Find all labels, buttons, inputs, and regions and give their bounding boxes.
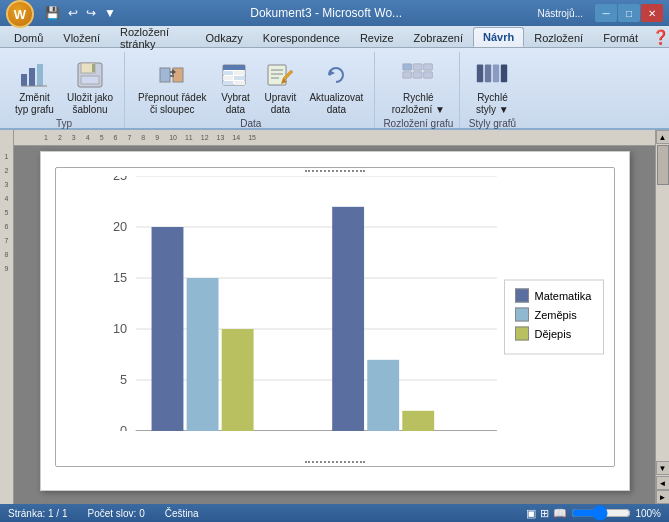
svg-text:15: 15 (112, 270, 126, 285)
svg-rect-12 (223, 65, 245, 70)
scroll-left-button[interactable]: ◄ (656, 476, 670, 490)
refresh-data-label2: data (327, 104, 346, 115)
ribbon-group-styly: Rychlé styly ▼ Styly grafů (462, 52, 522, 128)
save-as-template-icon (74, 59, 106, 91)
tab-domu[interactable]: Domů (4, 27, 53, 47)
nastroje-btn[interactable]: Nástrojů... (533, 7, 587, 20)
zoom-slider[interactable] (571, 508, 631, 518)
scroll-up-button[interactable]: ▲ (656, 130, 670, 144)
view-controls: ▣ ⊞ 📖 100% (526, 507, 661, 520)
scroll-track (656, 144, 670, 461)
legend-label-dejepis: Dějepis (535, 328, 572, 340)
chart-handle-top (305, 170, 365, 173)
refresh-data-button[interactable]: Aktualizovat data (304, 56, 368, 118)
ruler-mark: 8 (141, 134, 145, 141)
svg-text:20: 20 (112, 219, 126, 234)
save-as-template-label: Uložit jako (67, 92, 113, 103)
legend-label-zemepi: Zeměpis (535, 309, 577, 321)
save-as-template-button[interactable]: Uložit jako šablonu (62, 56, 118, 118)
close-button[interactable]: ✕ (641, 4, 663, 22)
edit-data-button[interactable]: Upravit data (259, 56, 301, 118)
tab-rozlozeni-stranky[interactable]: Rozložení stránky (110, 27, 195, 47)
refresh-data-icon (320, 59, 352, 91)
svg-rect-16 (234, 71, 245, 75)
data-buttons: Přepnout řádek či sloupec (133, 54, 368, 118)
scroll-down-button[interactable]: ▼ (656, 461, 670, 475)
title-bar-left: W 💾 ↩ ↪ ▼ (6, 0, 119, 27)
svg-rect-26 (424, 64, 433, 70)
document-page: 25 20 15 10 5 0 (40, 151, 630, 491)
ruler-mark: 11 (185, 134, 193, 141)
typ-buttons: Změnit typ grafu Uložit jako šablonu (10, 54, 118, 118)
tab-zobrazeni[interactable]: Zobrazení (404, 27, 474, 47)
svg-rect-24 (403, 64, 412, 70)
office-button[interactable]: W (6, 0, 34, 28)
svg-rect-29 (424, 72, 433, 78)
ruler-mark: 13 (217, 134, 225, 141)
view-print-btn[interactable]: ▣ (526, 507, 536, 520)
change-chart-type-button[interactable]: Změnit typ grafu (10, 56, 59, 118)
quick-styles-button[interactable]: Rychlé styly ▼ (471, 56, 514, 118)
switch-row-col-button[interactable]: Přepnout řádek či sloupec (133, 56, 211, 118)
bar-honza-matematika (151, 227, 183, 431)
ribbon-group-data: Přepnout řádek či sloupec (127, 52, 375, 128)
title-bar: W 💾 ↩ ↪ ▼ Dokument3 - Microsoft Wo... Ná… (0, 0, 669, 26)
ribbon: Změnit typ grafu Uložit jako šablonu Typ (0, 48, 669, 130)
svg-marker-23 (329, 70, 335, 76)
ruler-left: 1 2 3 4 5 6 7 8 9 (0, 130, 14, 504)
edit-data-label2: data (271, 104, 290, 115)
chart-svg: 25 20 15 10 5 0 (91, 176, 499, 431)
more-quick-btn[interactable]: ▼ (101, 4, 119, 22)
svg-rect-1 (29, 68, 35, 86)
status-bar: Stránka: 1 / 1 Počet slov: 0 Čeština ▣ ⊞… (0, 504, 669, 522)
redo-quick-btn[interactable]: ↪ (83, 4, 99, 22)
zoom-level: 100% (635, 508, 661, 519)
tab-revize[interactable]: Revize (350, 27, 404, 47)
edit-data-icon (264, 59, 296, 91)
quick-layout-button[interactable]: Rychlé rozložení ▼ (387, 56, 450, 118)
view-read-btn[interactable]: 📖 (553, 507, 567, 520)
select-data-icon (219, 59, 251, 91)
change-chart-type-icon (18, 59, 50, 91)
view-web-btn[interactable]: ⊞ (540, 507, 549, 520)
change-chart-type-label2: typ grafu (15, 104, 54, 115)
select-data-label2: data (226, 104, 245, 115)
tab-korespondence[interactable]: Korespondence (253, 27, 350, 47)
ruler-mark: 10 (169, 134, 177, 141)
svg-rect-8 (173, 68, 183, 82)
ruler-top: 1 2 3 4 5 6 7 8 9 10 11 12 13 14 15 (14, 130, 655, 146)
svg-rect-32 (493, 65, 499, 83)
title-text: Dokument3 - Microsoft Wo... (250, 6, 402, 20)
maximize-button[interactable]: □ (618, 4, 640, 22)
bar-pepa-zemepi (367, 360, 399, 431)
svg-rect-30 (477, 65, 483, 83)
tab-rozlozeni[interactable]: Rozložení (524, 27, 593, 47)
svg-rect-33 (501, 65, 507, 83)
tab-vlozeni[interactable]: Vložení (53, 27, 110, 47)
tab-odkazy[interactable]: Odkazy (196, 27, 253, 47)
scroll-thumb[interactable] (657, 145, 669, 185)
quick-styles-label2: styly ▼ (476, 104, 509, 115)
quick-layout-label1: Rychlé (403, 92, 434, 103)
ruler-mark: 15 (248, 134, 256, 141)
svg-rect-13 (223, 71, 233, 75)
ruler-mark: 9 (155, 134, 159, 141)
styly-buttons: Rychlé styly ▼ (471, 54, 514, 118)
select-data-button[interactable]: Vybrat data (214, 56, 256, 118)
chart-container[interactable]: 25 20 15 10 5 0 (55, 167, 615, 467)
tab-format[interactable]: Formát (593, 27, 648, 47)
tab-navrh[interactable]: Návrh (473, 27, 524, 47)
minimize-button[interactable]: ─ (595, 4, 617, 22)
save-quick-btn[interactable]: 💾 (42, 4, 63, 22)
undo-quick-btn[interactable]: ↩ (65, 4, 81, 22)
scroll-right-button[interactable]: ► (656, 490, 670, 504)
help-icon[interactable]: ❓ (652, 29, 669, 47)
ribbon-group-rozlozeni: Rychlé rozložení ▼ Rozložení grafu (377, 52, 460, 128)
legend-color-matematika (515, 289, 529, 303)
switch-icon (156, 59, 188, 91)
bar-pepa-matematika (332, 207, 364, 431)
ruler-mark: 2 (58, 134, 62, 141)
svg-rect-17 (234, 76, 245, 80)
ruler-mark: 3 (72, 134, 76, 141)
svg-rect-28 (414, 72, 423, 78)
